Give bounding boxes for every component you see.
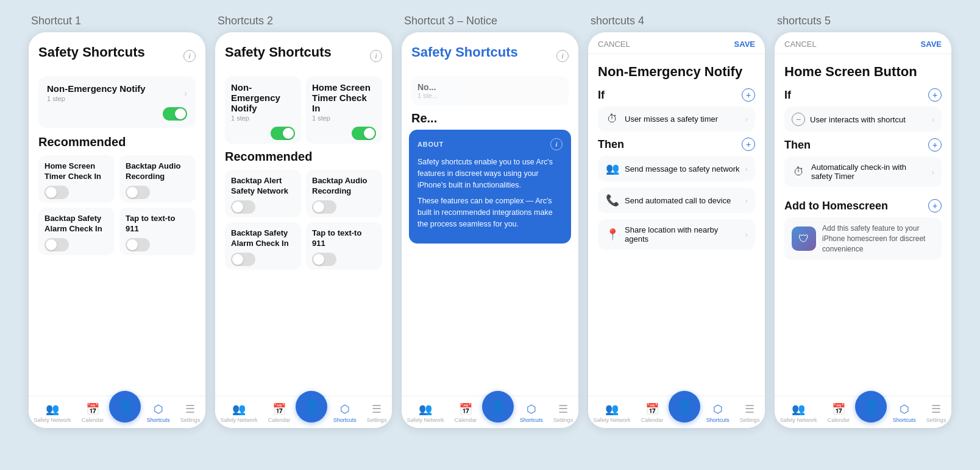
active-shortcut-name-1: Non-Emergency Notify 1 step <box>47 83 146 102</box>
calendar-icon-5: 📅 <box>832 402 845 416</box>
minus-icon-5: − <box>792 113 805 126</box>
screen-3-frame: Safety Shortcuts i No... 1 ste... Re... … <box>402 32 578 428</box>
rec-toggle-1-3[interactable] <box>126 238 150 251</box>
shortcut-toggle-1[interactable] <box>163 107 187 121</box>
nav-calendar-3[interactable]: 📅 Calendar <box>450 400 482 426</box>
screen-3-shortcut-blur: No... 1 ste... <box>411 76 569 105</box>
rec-card-1-2[interactable]: Backtap Safety Alarm Check In <box>38 208 115 255</box>
active-shortcut-card-2b[interactable]: Home Screen Timer Check In 1 step <box>306 76 382 144</box>
if-plus-icon-5[interactable]: + <box>928 88 942 102</box>
nav-shortcuts-1[interactable]: ⬡ Shortcuts <box>142 400 175 426</box>
if-header-5: If + <box>784 88 942 102</box>
shortcut-sub-2b: 1 step <box>312 114 376 122</box>
screen-1-header: Safety Shortcuts i <box>38 44 196 68</box>
shortcut-toggle-2b[interactable] <box>352 127 376 140</box>
if-condition-card-5[interactable]: − User interacts with shortcut › <box>784 107 942 132</box>
then-chevron-4-0: › <box>745 164 748 174</box>
then-condition-card-4-0[interactable]: 👥 Send message to safety network › <box>598 156 755 181</box>
nav-safety-2[interactable]: 👥 Safety Network <box>216 400 263 426</box>
nav-label-shortcuts-4: Shortcuts <box>706 417 730 423</box>
rec-toggle-2-2[interactable] <box>231 253 255 266</box>
rec-toggle-2-1[interactable] <box>312 200 336 214</box>
if-plus-icon-4[interactable]: + <box>742 88 755 102</box>
info-icon-2[interactable]: i <box>370 50 382 62</box>
location-icon-4: 📍 <box>605 228 620 241</box>
calendar-icon-4: 📅 <box>645 402 659 416</box>
add-homescreen-card-5[interactable]: 🛡 Add this safety feature to your iPhone… <box>784 217 942 260</box>
active-shortcut-card-1[interactable]: Non-Emergency Notify 1 step › <box>38 76 196 128</box>
bottom-nav-2: 👥 Safety Network 📅 Calendar 👤 ⬡ Shortcut… <box>215 396 392 428</box>
nav-label-shortcuts-2: Shortcuts <box>333 417 357 423</box>
shortcuts-icon-2: ⬡ <box>340 402 350 416</box>
then-condition-row-4-1: 📞 Send automated call to device › <box>605 194 748 207</box>
nav-label-safety-2: Safety Network <box>221 417 258 423</box>
nav-settings-5[interactable]: ☰ Settings <box>921 400 951 426</box>
rec-card-1-0[interactable]: Home Screen Timer Check In <box>38 155 115 203</box>
then-plus-icon-5[interactable]: + <box>928 138 942 152</box>
then-condition-card-5-0[interactable]: ⏱ Automatically check-in with safety Tim… <box>784 156 942 187</box>
safety-network-icon-1: 👥 <box>46 402 59 416</box>
add-homescreen-plus-icon-5[interactable]: + <box>928 199 942 212</box>
nav-shortcuts-4[interactable]: ⬡ Shortcuts <box>701 400 734 426</box>
rec-toggle-2-3[interactable] <box>312 253 336 266</box>
screen-5-label: shortcuts 5 <box>775 15 831 27</box>
rec-toggle-2-0[interactable] <box>231 200 255 214</box>
cancel-btn-5[interactable]: CANCEL <box>784 40 817 49</box>
nav-shortcuts-3[interactable]: ⬡ Shortcuts <box>515 400 548 426</box>
save-btn-5[interactable]: SAVE <box>921 40 942 49</box>
rec-card-2-0[interactable]: Backtap Alert Safety Network <box>225 170 301 217</box>
two-col-shortcuts-2: Non-Emergency Notify 1 step Home Screen … <box>225 76 382 144</box>
screen-2-label: Shortcuts 2 <box>215 15 273 27</box>
nav-calendar-4[interactable]: 📅 Calendar <box>636 400 669 426</box>
settings-icon-3: ☰ <box>558 402 568 416</box>
settings-icon-1: ☰ <box>185 402 195 416</box>
rec-card-1-1[interactable]: Backtap Audio Recording <box>119 155 196 203</box>
active-shortcut-card-2a[interactable]: Non-Emergency Notify 1 step <box>225 76 301 144</box>
nav-safety-3[interactable]: 👥 Safety Network <box>402 400 449 426</box>
cancel-btn-4[interactable]: CANCEL <box>598 40 630 49</box>
nav-calendar-1[interactable]: 📅 Calendar <box>77 400 109 426</box>
arc-button-4[interactable]: 👤 <box>669 391 700 423</box>
rec-toggle-1-0[interactable] <box>44 186 69 199</box>
nav-settings-2[interactable]: ☰ Settings <box>362 400 392 426</box>
arc-button-5[interactable]: 👤 <box>855 391 887 423</box>
settings-icon-5: ☰ <box>931 402 941 416</box>
then-condition-card-4-2[interactable]: 📍 Share location with nearby agents › <box>598 219 755 250</box>
then-plus-icon-4[interactable]: + <box>742 138 755 151</box>
rec-card-2-1[interactable]: Backtap Audio Recording <box>306 170 382 217</box>
rec-card-1-3[interactable]: Tap to text-to 911 <box>119 208 196 255</box>
nav-settings-3[interactable]: ☰ Settings <box>549 400 578 426</box>
nav-safety-4[interactable]: 👥 Safety Network <box>589 400 636 426</box>
screen-4-wrapper: shortcuts 4 CANCEL SAVE Non-Emergency No… <box>588 15 765 428</box>
screen-5-frame: CANCEL SAVE Home Screen Button If + − Us… <box>775 32 951 428</box>
shortcut-toggle-2a[interactable] <box>271 127 295 140</box>
nav-safety-1[interactable]: 👥 Safety Network <box>29 400 76 426</box>
arc-button-1[interactable]: 👤 <box>109 391 141 423</box>
save-btn-4[interactable]: SAVE <box>734 40 755 49</box>
rec-card-2-2[interactable]: Backtap Safety Alarm Check In <box>225 222 301 270</box>
nav-shortcuts-5[interactable]: ⬡ Shortcuts <box>888 400 921 426</box>
if-condition-text-4: User misses a safety timer <box>625 114 740 124</box>
detail-title-4: Non-Emergency Notify <box>598 64 755 80</box>
rec-toggle-1-2[interactable] <box>44 238 69 251</box>
then-condition-card-4-1[interactable]: 📞 Send automated call to device › <box>598 188 755 213</box>
about-close-icon[interactable]: i <box>550 138 563 150</box>
arc-button-3[interactable]: 👤 <box>482 391 514 423</box>
nav-settings-1[interactable]: ☰ Settings <box>176 400 205 426</box>
nav-safety-5[interactable]: 👥 Safety Network <box>775 400 822 426</box>
rec-toggle-1-1[interactable] <box>126 186 150 199</box>
rec-card-2-3[interactable]: Tap to text-to 911 <box>306 222 382 270</box>
info-icon-3[interactable]: i <box>556 50 569 62</box>
app-icon-5: 🛡 <box>792 226 816 251</box>
info-icon-1[interactable]: i <box>183 50 196 62</box>
shortcut-chevron-1: › <box>184 88 187 98</box>
recommended-grid-2: Backtap Alert Safety Network Backtap Aud… <box>225 170 382 217</box>
if-condition-card-4[interactable]: ⏱ User misses a safety timer › <box>598 107 755 132</box>
add-homescreen-text-5: Add this safety feature to your iPhone h… <box>822 223 934 254</box>
nav-shortcuts-2[interactable]: ⬡ Shortcuts <box>328 400 361 426</box>
nav-calendar-5[interactable]: 📅 Calendar <box>823 400 855 426</box>
nav-settings-4[interactable]: ☰ Settings <box>735 400 765 426</box>
nav-label-settings-3: Settings <box>553 417 573 423</box>
arc-button-2[interactable]: 👤 <box>296 391 327 423</box>
nav-calendar-2[interactable]: 📅 Calendar <box>263 400 296 426</box>
